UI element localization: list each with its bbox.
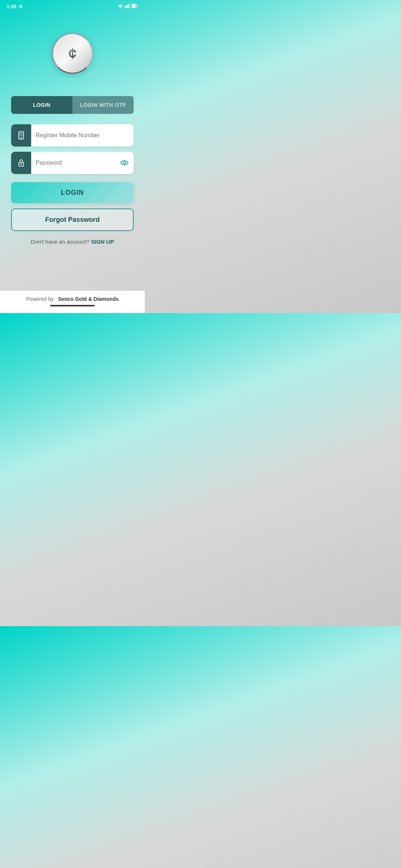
home-indicator [50,305,95,306]
logo-area: ¢ [52,33,93,74]
svg-rect-1 [126,5,127,8]
status-left: 1:20 ⊙ [7,4,23,9]
wifi-icon [117,4,123,9]
password-icon-box [11,152,31,174]
tab-login-otp[interactable]: LOGIN WITH OTP [72,96,134,114]
login-button[interactable]: LOGIN [11,182,134,203]
phone-icon [17,131,25,139]
status-right [117,4,138,9]
password-input-row [11,152,134,174]
lock-icon [17,159,25,167]
mobile-input-row [11,124,134,147]
footer: Powered by Senco Gold & Diamonds [0,290,145,313]
svg-rect-3 [129,4,130,8]
svg-rect-0 [125,6,126,8]
time-display: 1:20 [7,4,16,9]
password-input[interactable] [31,152,114,174]
status-bar: 1:20 ⊙ [0,0,145,11]
mobile-icon-box [11,124,31,147]
svg-point-15 [123,162,125,164]
sync-icon: ⊙ [19,4,23,9]
signup-row: Don't have an account? SIGN UP [31,239,114,245]
forgot-password-button[interactable]: Forgot Password [11,208,134,231]
app-logo: ¢ [52,33,93,74]
footer-brand: Senco Gold & Diamonds [58,296,118,302]
svg-rect-2 [128,4,129,8]
svg-rect-11 [20,138,22,138]
signup-link[interactable]: SIGN UP [91,239,114,245]
svg-rect-12 [19,133,23,137]
password-toggle-icon[interactable] [114,160,134,166]
svg-point-14 [20,164,22,165]
mobile-input[interactable] [31,124,134,147]
battery-icon [131,4,138,9]
btn-area: LOGIN Forgot Password [11,182,134,231]
tab-login[interactable]: LOGIN [11,96,72,114]
signup-prompt-text: Don't have an account? [31,239,89,245]
inputs-area [11,124,134,174]
signal-icon [125,4,130,9]
svg-rect-6 [137,5,138,7]
footer-prefix: Powered by [26,296,54,302]
svg-rect-5 [132,4,136,7]
tab-switcher: LOGIN LOGIN WITH OTP [11,96,134,114]
